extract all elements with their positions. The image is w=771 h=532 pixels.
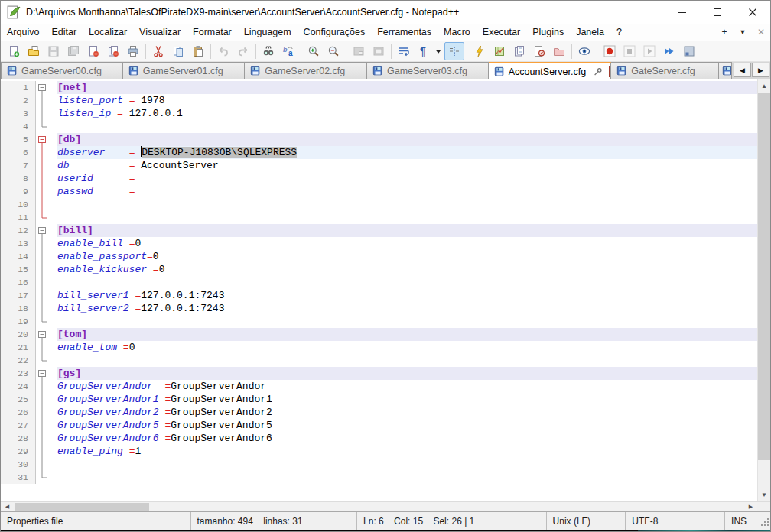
line-text[interactable] bbox=[57, 315, 757, 328]
toolbar-replace-button[interactable]: ba bbox=[278, 42, 298, 60]
editor-line-21[interactable]: 21enable_tom =0 bbox=[1, 341, 757, 354]
editor-line-19[interactable]: 19 bbox=[1, 315, 757, 328]
toolbar-zoom-in-button[interactable] bbox=[304, 42, 324, 60]
tab-gameserver01-cfg[interactable]: GameServer01.cfg bbox=[123, 62, 246, 79]
line-text[interactable]: [gs] bbox=[57, 367, 757, 380]
status-typing-mode[interactable]: INS bbox=[724, 512, 770, 530]
menu-item-help[interactable]: ? bbox=[610, 24, 628, 40]
line-text[interactable]: GroupServerAndor1 =GroupServerAndor1 bbox=[57, 393, 757, 406]
scroll-up-arrow[interactable]: ▲ bbox=[758, 79, 770, 92]
menu-item-visualizar[interactable]: Visualizar bbox=[133, 24, 187, 40]
line-text[interactable] bbox=[57, 354, 757, 367]
toolbar-document-map-button[interactable] bbox=[490, 42, 509, 60]
horizontal-scrollbar[interactable]: ◀ ▶ bbox=[1, 501, 770, 511]
tab-scroll-left-button[interactable]: ◀ bbox=[734, 63, 751, 77]
line-text[interactable]: enable_ping =1 bbox=[57, 445, 757, 458]
editor-line-13[interactable]: 13enable_bill =0 bbox=[1, 237, 757, 250]
editor-line-25[interactable]: 25GroupServerAndor1 =GroupServerAndor1 bbox=[1, 393, 757, 406]
close-tab-button[interactable]: ✕ bbox=[752, 27, 770, 37]
toolbar-close-all-button[interactable] bbox=[103, 42, 123, 60]
editor-line-17[interactable]: 17bill_server1 =127.0.0.1:7243 bbox=[1, 289, 757, 302]
editor-line-7[interactable]: 7db = AccountServer bbox=[1, 159, 757, 172]
editor-line-11[interactable]: 11 bbox=[1, 211, 757, 224]
editor-pane[interactable]: 1[net]2listen_port = 19783listen_ip = 12… bbox=[1, 79, 770, 501]
fold-toggle[interactable] bbox=[36, 367, 57, 380]
menu-item-linguagem[interactable]: Linguagem bbox=[238, 24, 298, 40]
menu-item-formatar[interactable]: Formatar bbox=[187, 24, 238, 40]
line-text[interactable] bbox=[57, 120, 757, 133]
editor-line-23[interactable]: 23[gs] bbox=[1, 367, 757, 380]
editor-line-18[interactable]: 18bill_server2 =127.0.0.1:7243 bbox=[1, 302, 757, 315]
maximize-button[interactable] bbox=[700, 1, 735, 24]
line-text[interactable]: bill_server1 =127.0.0.1:7243 bbox=[57, 289, 757, 302]
line-text[interactable] bbox=[57, 471, 757, 484]
menu-item-executar[interactable]: Executar bbox=[477, 24, 526, 40]
toolbar-undo-button[interactable] bbox=[213, 42, 233, 60]
new-tab-button[interactable]: + bbox=[715, 27, 734, 37]
menu-item-ferramentas[interactable]: Ferramentas bbox=[371, 24, 438, 40]
line-text[interactable]: enable_tom =0 bbox=[57, 341, 757, 354]
editor-line-20[interactable]: 20[tom] bbox=[1, 328, 757, 341]
editor-line-24[interactable]: 24GroupServerAndor =GroupServerAndor bbox=[1, 380, 757, 393]
line-text[interactable]: GroupServerAndor2 =GroupServerAndor2 bbox=[57, 406, 757, 419]
editor-line-1[interactable]: 1[net] bbox=[1, 81, 757, 94]
line-text[interactable]: GroupServerAndor6 =GroupServerAndor6 bbox=[57, 432, 757, 445]
editor-line-10[interactable]: 10 bbox=[1, 198, 757, 211]
menu-item-localizar[interactable]: Localizar bbox=[83, 24, 133, 40]
tab-gateserver-cfg[interactable]: GateServer.cfg bbox=[611, 62, 719, 79]
resize-grip[interactable] bbox=[760, 517, 770, 530]
vertical-scrollbar[interactable]: ▲ ▼ bbox=[757, 79, 770, 501]
editor-line-16[interactable]: 16 bbox=[1, 276, 757, 289]
vertical-scroll-thumb[interactable] bbox=[758, 93, 771, 460]
editor-line-31[interactable]: 31 bbox=[1, 471, 757, 484]
toolbar-cut-button[interactable] bbox=[148, 42, 168, 60]
line-text[interactable] bbox=[57, 458, 757, 471]
toolbar-print-button[interactable] bbox=[123, 42, 143, 60]
line-text[interactable]: GroupServerAndor5 =GroupServerAndor5 bbox=[57, 419, 757, 432]
line-text[interactable]: listen_port = 1978 bbox=[57, 94, 757, 107]
toolbar-symbols-dropdown-button[interactable] bbox=[434, 42, 444, 60]
scroll-left-arrow[interactable]: ◀ bbox=[1, 502, 14, 511]
toolbar-new-file-button[interactable] bbox=[4, 42, 24, 60]
line-text[interactable]: enable_kickuser =0 bbox=[57, 263, 757, 276]
menu-item-arquivo[interactable]: Arquivo bbox=[1, 24, 45, 40]
menu-item-macro[interactable]: Macro bbox=[438, 24, 477, 40]
toolbar-redo-button[interactable] bbox=[233, 42, 253, 60]
toolbar-indent-guide-button[interactable] bbox=[444, 42, 464, 60]
tab-scroll-right-button[interactable]: ▶ bbox=[752, 63, 769, 77]
editor-line-8[interactable]: 8userid = bbox=[1, 172, 757, 185]
line-text[interactable]: passwd = bbox=[57, 185, 757, 198]
tab-gameserver00-cfg[interactable]: GameServer00.cfg bbox=[1, 62, 123, 79]
line-text[interactable]: GroupServerAndor =GroupServerAndor bbox=[57, 380, 757, 393]
tab-accountserver-cfg[interactable]: AccountServer.cfg bbox=[489, 62, 612, 79]
line-text[interactable]: dbserver = DESKTOP-J1083OB\SQLEXPRESS bbox=[57, 146, 757, 159]
toolbar-find-button[interactable] bbox=[259, 42, 278, 60]
tab-pin-button[interactable] bbox=[593, 66, 603, 77]
line-text[interactable]: [net] bbox=[57, 81, 757, 94]
toolbar-macro-save-button[interactable] bbox=[679, 42, 699, 60]
editor-line-12[interactable]: 12[bill] bbox=[1, 224, 757, 237]
scroll-down-arrow[interactable]: ▼ bbox=[758, 488, 770, 501]
line-text[interactable]: bill_server2 =127.0.0.1:7243 bbox=[57, 302, 757, 315]
toolbar-macro-play-button[interactable] bbox=[639, 42, 659, 60]
toolbar-monitoring-button[interactable] bbox=[574, 42, 594, 60]
editor-line-28[interactable]: 28GroupServerAndor6 =GroupServerAndor6 bbox=[1, 432, 757, 445]
menu-item-janela[interactable]: Janela bbox=[570, 24, 610, 40]
horizontal-scroll-thumb[interactable] bbox=[15, 503, 149, 511]
line-text[interactable] bbox=[57, 276, 757, 289]
minimize-button[interactable] bbox=[665, 1, 700, 24]
fold-toggle[interactable] bbox=[36, 133, 57, 146]
editor-line-30[interactable]: 30 bbox=[1, 458, 757, 471]
line-text[interactable] bbox=[57, 198, 757, 211]
line-text[interactable]: userid = bbox=[57, 172, 757, 185]
line-text[interactable] bbox=[57, 211, 757, 224]
toolbar-folder-as-workspace-button[interactable] bbox=[549, 42, 569, 60]
toolbar-function-list-button[interactable] bbox=[529, 42, 549, 60]
editor-line-27[interactable]: 27GroupServerAndor5 =GroupServerAndor5 bbox=[1, 419, 757, 432]
line-text[interactable]: [db] bbox=[57, 133, 757, 146]
toolbar-define-language-button[interactable] bbox=[470, 42, 490, 60]
editor-line-6[interactable]: 6dbserver = DESKTOP-J1083OB\SQLEXPRESS bbox=[1, 146, 757, 159]
menu-item-editar[interactable]: Editar bbox=[45, 24, 83, 40]
tab-gameserver02-cfg[interactable]: GameServer02.cfg bbox=[245, 62, 367, 79]
toolbar-paste-button[interactable] bbox=[188, 42, 208, 60]
